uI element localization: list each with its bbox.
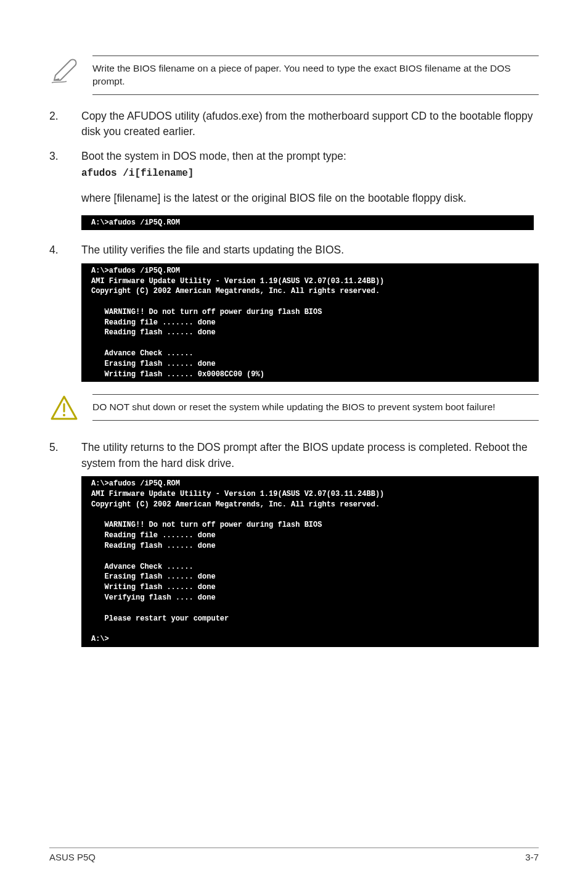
step-text: The utility returns to the DOS prompt af… bbox=[81, 440, 539, 471]
step-3-line: Boot the system in DOS mode, then at the… bbox=[81, 150, 346, 162]
warning-icon bbox=[49, 394, 84, 426]
step-4: 4. The utility verifies the file and sta… bbox=[49, 242, 539, 258]
footer-right: 3-7 bbox=[525, 852, 539, 862]
footer-left: ASUS P5Q bbox=[49, 852, 96, 862]
step-3: 3. Boot the system in DOS mode, then at … bbox=[49, 149, 539, 188]
step-number: 5. bbox=[49, 440, 81, 471]
where-text: where [filename] is the latest or the or… bbox=[81, 191, 539, 206]
step-text: Copy the AFUDOS utility (afudos.exe) fro… bbox=[81, 109, 539, 140]
page-footer: ASUS P5Q 3-7 bbox=[49, 848, 539, 862]
pencil-icon bbox=[49, 56, 84, 88]
note-text: Write the BIOS filename on a piece of pa… bbox=[92, 56, 539, 95]
command-text: afudos /i[filename] bbox=[81, 167, 539, 181]
step-number: 2. bbox=[49, 109, 81, 140]
svg-point-1 bbox=[63, 414, 65, 416]
warning-block: DO NOT shut down or reset the system whi… bbox=[49, 394, 539, 426]
step-number: 4. bbox=[49, 242, 81, 258]
note-block-write-filename: Write the BIOS filename on a piece of pa… bbox=[49, 56, 539, 95]
terminal-output-1: A:\>afudos /iP5Q.ROM bbox=[81, 215, 534, 231]
warning-text: DO NOT shut down or reset the system whi… bbox=[92, 394, 539, 421]
step-text: The utility verifies the file and starts… bbox=[81, 242, 539, 258]
step-2: 2. Copy the AFUDOS utility (afudos.exe) … bbox=[49, 109, 539, 140]
terminal-output-2: A:\>afudos /iP5Q.ROM AMI Firmware Update… bbox=[81, 263, 539, 382]
step-5: 5. The utility returns to the DOS prompt… bbox=[49, 440, 539, 471]
step-number: 3. bbox=[49, 149, 81, 188]
terminal-output-3: A:\>afudos /iP5Q.ROM AMI Firmware Update… bbox=[81, 476, 539, 647]
step-text: Boot the system in DOS mode, then at the… bbox=[81, 149, 539, 188]
